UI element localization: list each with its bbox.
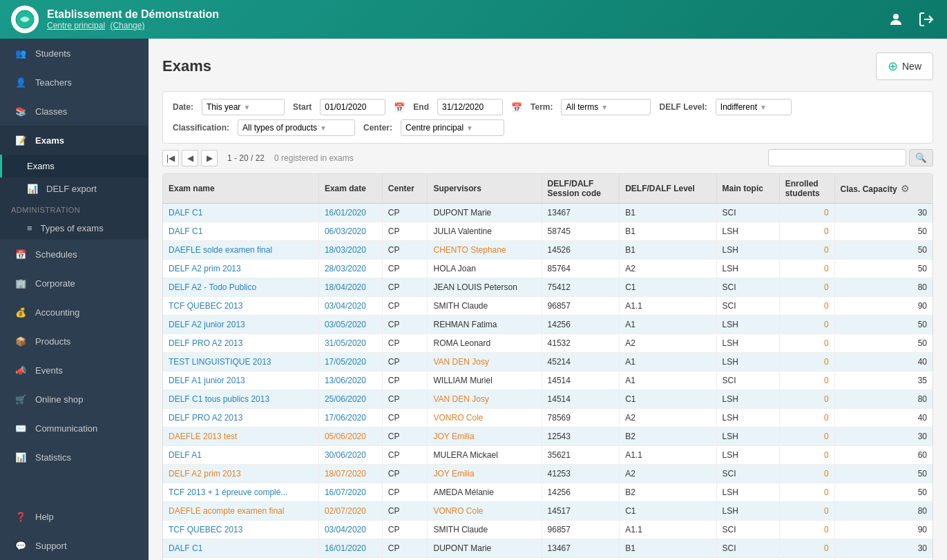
start-input[interactable] (320, 99, 385, 115)
exam-name-link[interactable]: DELF PRO A2 2013 (169, 338, 242, 348)
table-row[interactable]: DAEFLE 2013 test 05/06/2020 CP JOY Emili… (163, 427, 932, 446)
exam-date-link[interactable]: 03/04/2020 (325, 525, 366, 534)
supervisor-value[interactable]: CHENTO Stephane (433, 245, 506, 255)
exam-date-link[interactable]: 16/01/2020 (325, 208, 366, 218)
supervisor-value[interactable]: VAN DEN Josy (433, 357, 488, 367)
table-row[interactable]: DELF A2 prim 2013 28/03/2020 CP HOLA Joa… (163, 260, 932, 278)
settings-cog[interactable]: ⚙ (899, 183, 911, 194)
exam-date-link[interactable]: 03/05/2020 (325, 320, 366, 329)
table-row[interactable]: TEST LINGUISTIQUE 2013 17/05/2020 CP VAN… (163, 353, 932, 371)
exam-name-link[interactable]: DAEFLE acompte examen final (169, 506, 284, 516)
sidebar-item-accounting[interactable]: 💰 Accounting (0, 298, 149, 327)
date-select[interactable]: This year ▼ (202, 99, 285, 115)
classification-select[interactable]: All types of products ▼ (238, 119, 355, 136)
td-name[interactable]: DELF PRO A2 2013 (163, 409, 318, 427)
table-row[interactable]: DELF A1 junior 2013 13/06/2020 CP WILLIA… (163, 371, 932, 390)
exam-date-link[interactable]: 02/07/2020 (325, 506, 366, 516)
sidebar-item-communication[interactable]: ✉️ Communication (0, 414, 149, 443)
table-row[interactable]: DELF A2 prim 2013 18/07/2020 CP JOY Emil… (163, 465, 932, 483)
supervisor-value[interactable]: VONRO Cole (433, 506, 483, 516)
end-input[interactable] (437, 99, 503, 115)
search-input[interactable] (768, 149, 906, 166)
delf-select[interactable]: Indifferent ▼ (716, 99, 792, 115)
table-row[interactable]: TCF QUEBEC 2013 03/04/2020 CP SMITH Clau… (163, 521, 932, 539)
table-row[interactable]: DELF A1 30/06/2020 CP MULERA Mickael 356… (163, 446, 932, 465)
td-name[interactable]: DELF A1 (163, 446, 318, 465)
exam-date-link[interactable]: 18/03/2020 (325, 245, 366, 255)
table-row[interactable]: TEST LINGUISTIQUE 2013 17/06/2020 CP WIL… (163, 558, 932, 561)
exam-date-link[interactable]: 05/06/2020 (325, 432, 366, 441)
exam-name-link[interactable]: DELF A1 (169, 450, 202, 460)
td-name[interactable]: DELF A2 - Todo Publico (163, 278, 318, 297)
exam-name-link[interactable]: DELF A2 junior 2013 (169, 320, 245, 329)
td-name[interactable]: TEST LINGUISTIQUE 2013 (163, 558, 318, 561)
supervisor-value[interactable]: VAN DEN Josy (433, 394, 488, 404)
org-change-link[interactable]: (Change) (110, 21, 144, 30)
search-button[interactable]: 🔍 (909, 149, 933, 166)
exam-date-link[interactable]: 06/03/2020 (325, 226, 366, 236)
sidebar-sub-exams-delf[interactable]: 📊 DELF export (0, 177, 149, 200)
sidebar-item-support[interactable]: 💬 Support (0, 531, 149, 560)
exam-date-link[interactable]: 13/06/2020 (325, 376, 366, 385)
exam-date-link[interactable]: 16/01/2020 (325, 543, 366, 553)
exam-name-link[interactable]: DAEFLE solde examen final (169, 245, 272, 255)
exam-name-link[interactable]: TCF QUEBEC 2013 (169, 301, 242, 311)
exam-name-link[interactable]: DAEFLE 2013 test (169, 432, 237, 441)
exam-date-link[interactable]: 16/07/2020 (325, 487, 366, 497)
exam-name-link[interactable]: DALF C1 (169, 543, 202, 553)
sidebar-item-teachers[interactable]: 👤 Teachers (0, 68, 149, 97)
logout-icon[interactable] (917, 10, 936, 29)
center-select[interactable]: Centre principal ▼ (401, 119, 504, 136)
new-button[interactable]: ⊕ New (876, 52, 933, 80)
table-row[interactable]: DELF PRO A2 2013 17/06/2020 CP VONRO Col… (163, 409, 932, 427)
pag-first[interactable]: |◀ (162, 150, 179, 166)
user-icon[interactable] (886, 10, 906, 29)
td-name[interactable]: DELF A2 junior 2013 (163, 316, 318, 334)
td-name[interactable]: DALF C1 (163, 204, 318, 222)
table-row[interactable]: TCF 2013 + 1 épreuve complé... 16/07/202… (163, 483, 932, 502)
table-row[interactable]: DELF PRO A2 2013 31/05/2020 CP ROMA Leon… (163, 334, 932, 353)
td-name[interactable]: TCF 2013 + 1 épreuve complé... (163, 483, 318, 502)
td-name[interactable]: DELF C1 tous publics 2013 (163, 390, 318, 409)
td-name[interactable]: DAEFLE solde examen final (163, 241, 318, 260)
sidebar-item-students[interactable]: 👥 Students (0, 39, 149, 68)
supervisor-value[interactable]: JOY Emilia (433, 469, 474, 479)
td-name[interactable]: DELF A2 prim 2013 (163, 465, 318, 483)
table-row[interactable]: DELF A2 junior 2013 03/05/2020 CP REHMAN… (163, 316, 932, 334)
exam-date-link[interactable]: 28/03/2020 (325, 264, 366, 273)
sidebar-item-statistics[interactable]: 📊 Statistics (0, 443, 149, 472)
td-name[interactable]: DALF C1 (163, 539, 318, 558)
exam-name-link[interactable]: TEST LINGUISTIQUE 2013 (169, 357, 271, 367)
sidebar-item-schedules[interactable]: 📅 Schedules (0, 240, 149, 269)
td-name[interactable]: TEST LINGUISTIQUE 2013 (163, 353, 318, 371)
table-row[interactable]: TCF QUEBEC 2013 03/04/2020 CP SMITH Clau… (163, 297, 932, 316)
sidebar-item-help[interactable]: ❓ Help (0, 502, 149, 531)
td-name[interactable]: TCF QUEBEC 2013 (163, 297, 318, 316)
td-name[interactable]: DALF C1 (163, 222, 318, 241)
sidebar-item-exams[interactable]: 📝 Exams (0, 126, 149, 155)
td-name[interactable]: DELF A1 junior 2013 (163, 371, 318, 390)
exam-date-link[interactable]: 17/06/2020 (325, 413, 366, 423)
start-calendar-icon[interactable]: 📅 (394, 102, 405, 113)
table-row[interactable]: DELF C1 tous publics 2013 25/06/2020 CP … (163, 390, 932, 409)
exam-name-link[interactable]: DELF C1 tous publics 2013 (169, 394, 269, 404)
exam-date-link[interactable]: 18/07/2020 (325, 469, 366, 479)
exam-name-link[interactable]: DELF PRO A2 2013 (169, 413, 242, 423)
td-name[interactable]: DELF A2 prim 2013 (163, 260, 318, 278)
sidebar-sub-types-exams[interactable]: ≡ Types of exams (0, 217, 149, 240)
exam-date-link[interactable]: 18/04/2020 (325, 282, 366, 292)
pag-next[interactable]: ▶ (201, 150, 218, 166)
sidebar-item-products[interactable]: 📦 Products (0, 327, 149, 356)
exam-name-link[interactable]: DELF A2 - Todo Publico (169, 282, 256, 292)
exam-date-link[interactable]: 17/05/2020 (325, 357, 366, 367)
exam-name-link[interactable]: DALF C1 (169, 208, 202, 218)
sidebar-item-online-shop[interactable]: 🛒 Online shop (0, 385, 149, 414)
end-calendar-icon[interactable]: 📅 (511, 102, 522, 113)
sidebar-item-classes[interactable]: 📚 Classes (0, 97, 149, 126)
table-row[interactable]: DALF C1 16/01/2020 CP DUPONT Marie 13467… (163, 539, 932, 558)
td-name[interactable]: DAEFLE 2013 test (163, 427, 318, 446)
exam-date-link[interactable]: 31/05/2020 (325, 338, 366, 348)
exam-name-link[interactable]: DELF A1 junior 2013 (169, 376, 245, 385)
exam-date-link[interactable]: 03/04/2020 (325, 301, 366, 311)
exam-name-link[interactable]: DELF A2 prim 2013 (169, 264, 241, 273)
